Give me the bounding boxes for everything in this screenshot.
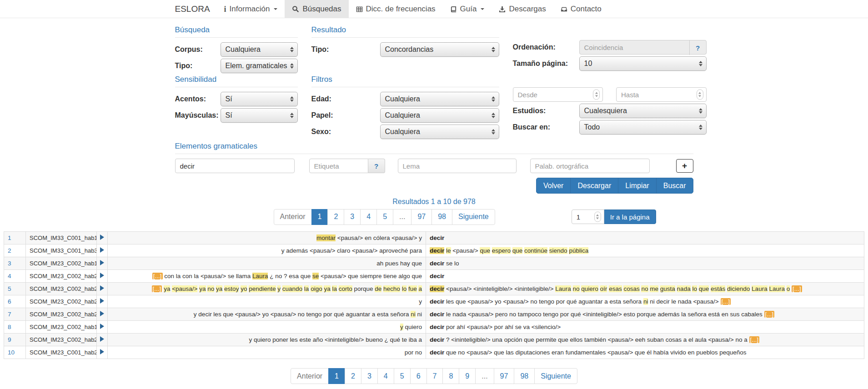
highlighted-word: cosas [623, 285, 639, 292]
result-number-link[interactable]: 6 [8, 298, 11, 305]
result-number-link[interactable]: 9 [8, 336, 11, 343]
highlighted-word: Laura [252, 273, 268, 279]
nav-item-dicc-frecuencias[interactable]: Dicc. de frecuencias [349, 0, 443, 18]
play-icon[interactable] [100, 234, 104, 240]
pagination-page-98[interactable]: 98 [431, 209, 452, 225]
select-arrows-icon [492, 95, 495, 104]
play-icon[interactable] [100, 324, 104, 329]
play-cell [97, 321, 108, 334]
pagination-page-97[interactable]: 97 [494, 368, 515, 384]
pagination-prev[interactable]: Anterior [291, 368, 329, 384]
limpiar-button[interactable]: Limpiar [618, 178, 656, 194]
lema-input[interactable] [398, 159, 517, 173]
play-icon[interactable] [100, 311, 104, 316]
pagination-page-9[interactable]: 9 [459, 368, 476, 384]
pagination-page-5[interactable]: 5 [394, 368, 411, 384]
result-number-link[interactable]: 4 [8, 273, 11, 279]
number-spinner-icon[interactable] [697, 90, 703, 100]
grammar-word-input[interactable] [175, 159, 295, 173]
sexo-select[interactable]: Cualquiera [380, 125, 499, 139]
play-icon[interactable] [100, 260, 104, 265]
result-number-link[interactable]: 7 [8, 311, 11, 318]
navbar: ESLORA i Información Búsquedas Dicc. de … [0, 0, 868, 18]
edad-desde-input[interactable] [513, 87, 603, 102]
pagination-page-3[interactable]: 3 [361, 368, 378, 384]
search-form: Búsqueda Corpus: Cualquiera Tipo: Elem. … [168, 25, 700, 225]
palab-ortografica-input[interactable] [530, 159, 650, 173]
omitted-context-badge: [...] [749, 336, 760, 343]
nav-item-busquedas[interactable]: Búsquedas [285, 0, 348, 18]
highlighted-word: oír [600, 285, 607, 292]
brand-eslora[interactable]: ESLORA [175, 0, 217, 18]
tipo-resultado-value: Concordancias [385, 45, 434, 54]
edad-hasta-input[interactable] [616, 87, 707, 102]
pagination-page-98[interactable]: 98 [514, 368, 535, 384]
highlighted-word: decir [430, 247, 444, 254]
pagination-prev[interactable]: Anterior [274, 209, 312, 225]
etiqueta-input[interactable] [309, 159, 368, 173]
result-number-link[interactable]: 2 [8, 247, 11, 254]
number-spinner-icon[interactable] [593, 90, 600, 100]
pagination-page-3[interactable]: 3 [344, 209, 361, 225]
pagination-page-2[interactable]: 2 [327, 209, 344, 225]
result-number-cell: 1 [4, 232, 26, 244]
number-spinner-icon[interactable] [594, 212, 601, 222]
pagination-next[interactable]: Siguiente [452, 209, 495, 225]
play-icon[interactable] [100, 285, 104, 291]
acentos-select[interactable]: Sí [221, 92, 298, 106]
highlighted-word: corto [339, 285, 352, 292]
mayusculas-select[interactable]: Sí [221, 108, 298, 123]
etiqueta-help-button[interactable]: ? [368, 159, 385, 173]
edad-select[interactable]: Cualquiera [380, 92, 499, 106]
highlighted-word: estoy [224, 285, 239, 292]
acentos-label: Acentos: [175, 95, 221, 103]
pagination-page-1[interactable]: 1 [311, 209, 328, 225]
pagination-page-2[interactable]: 2 [345, 368, 361, 384]
pagination-page-4[interactable]: 4 [377, 368, 394, 384]
volver-button[interactable]: Volver [536, 178, 571, 194]
result-number-link[interactable]: 5 [8, 285, 11, 292]
play-icon[interactable] [100, 273, 104, 278]
nav-item-contacto[interactable]: Contacto [553, 0, 609, 18]
select-arrows-icon [699, 123, 702, 132]
nav-item-guia[interactable]: Guía [443, 0, 492, 18]
pagination-page-4[interactable]: 4 [360, 209, 377, 225]
pagination-page-7[interactable]: 7 [426, 368, 443, 384]
buscar-button[interactable]: Buscar [656, 178, 693, 194]
descargar-button[interactable]: Descargar [570, 178, 618, 194]
pagination-page-5[interactable]: 5 [376, 209, 393, 225]
tamano-pagina-select[interactable]: 10 [579, 56, 707, 71]
result-number-cell: 3 [4, 257, 26, 270]
match-and-right-context: decir que no <pausa/> que las diputacion… [426, 346, 864, 359]
play-icon[interactable] [100, 247, 104, 253]
nav-item-descargas[interactable]: Descargas [492, 0, 553, 18]
mayusculas-value: Sí [226, 111, 232, 120]
result-number-link[interactable]: 1 [8, 234, 11, 241]
pagination-next[interactable]: Siguiente [534, 368, 577, 384]
add-element-button[interactable]: + [676, 159, 693, 173]
ordenacion-help-button[interactable]: ? [689, 40, 706, 55]
pagination-page-1[interactable]: 1 [328, 368, 345, 384]
result-number-link[interactable]: 8 [8, 324, 11, 330]
nav-item-informacion[interactable]: i Información [217, 0, 285, 18]
tipo-busqueda-select[interactable]: Elem. gramaticales [221, 59, 298, 73]
pagination-page-97[interactable]: 97 [411, 209, 432, 225]
estudios-select[interactable]: Cualesquiera [579, 104, 707, 118]
corpus-select[interactable]: Cualquiera [221, 42, 298, 57]
nav-item-label: Información [230, 5, 270, 14]
highlighted-word: no [573, 285, 580, 292]
play-icon[interactable] [100, 298, 104, 304]
result-number-link[interactable]: 10 [8, 349, 15, 356]
goto-page-button[interactable]: Ir a la página [604, 209, 656, 224]
tipo-resultado-select[interactable]: Concordancias [380, 42, 499, 57]
pagination-page-8[interactable]: 8 [442, 368, 459, 384]
omitted-context-badge: [...] [792, 285, 802, 292]
result-number-link[interactable]: 3 [8, 260, 11, 267]
play-icon[interactable] [100, 336, 104, 342]
pagination-ellipsis: ... [393, 209, 411, 225]
papel-value: Cualquiera [385, 111, 420, 120]
pagination-page-6[interactable]: 6 [410, 368, 427, 384]
play-icon[interactable] [100, 349, 104, 354]
buscar-en-select[interactable]: Todo [579, 120, 707, 135]
papel-select[interactable]: Cualquiera [380, 108, 499, 123]
